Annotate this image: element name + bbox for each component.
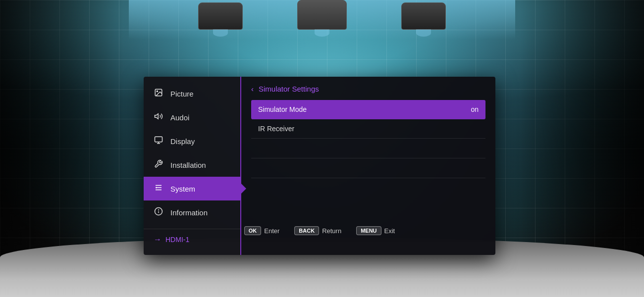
svg-marker-2 [155, 114, 159, 119]
svg-rect-3 [155, 137, 162, 142]
content-header: ‹ Simulator Settings [251, 85, 485, 93]
menu-key: MENU [356, 226, 381, 235]
content-item-simulator-mode[interactable]: Simulator Mode on [251, 100, 485, 119]
simulator-mode-value: on [471, 105, 479, 113]
information-icon [154, 207, 163, 218]
menu-hint: MENU Exit [356, 226, 395, 235]
sidebar-label-information: Information [170, 208, 208, 217]
sidebar-label-audio: Audoi [170, 113, 189, 122]
picture-icon [154, 88, 163, 99]
left-projector [198, 2, 243, 30]
audio-icon [154, 112, 163, 123]
hdmi-arrow-icon: → [154, 235, 161, 244]
back-arrow-icon[interactable]: ‹ [251, 85, 254, 93]
ok-action: Enter [264, 227, 279, 235]
ok-hint: OK Enter [244, 226, 280, 235]
installation-icon [154, 159, 163, 170]
menu-action: Exit [384, 227, 395, 235]
sidebar-label-display: Display [170, 137, 195, 146]
sidebar-label-installation: Installation [170, 161, 206, 169]
sidebar-label-picture: Picture [170, 90, 194, 98]
sidebar-item-system[interactable]: System [144, 177, 240, 200]
sidebar-item-display[interactable]: Display [144, 129, 240, 153]
back-hint: BACK Return [294, 226, 341, 235]
back-action: Return [322, 227, 341, 235]
svg-point-1 [157, 91, 158, 92]
sidebar-item-installation[interactable]: Installation [144, 153, 240, 177]
ok-key: OK [244, 226, 262, 235]
back-key: BACK [294, 226, 319, 235]
projectors-container [198, 0, 446, 40]
content-empty-1 [251, 139, 485, 158]
sidebar-label-system: System [170, 185, 195, 193]
simulator-mode-label: Simulator Mode [258, 105, 307, 113]
content-title: Simulator Settings [259, 85, 319, 93]
sidebar-item-picture[interactable]: Picture [144, 82, 240, 105]
display-icon [154, 136, 163, 147]
hdmi-label: HDMI-1 [165, 236, 189, 244]
content-empty-2 [251, 158, 485, 178]
sidebar-item-information[interactable]: Information [144, 200, 240, 224]
right-projector [401, 2, 446, 30]
content-item-ir-receiver[interactable]: IR Receiver [251, 119, 485, 139]
bottom-bar: OK Enter BACK Return MENU Exit [144, 226, 495, 235]
svg-point-9 [156, 187, 157, 189]
center-projector [297, 0, 347, 30]
sidebar-item-audio[interactable]: Audoi [144, 105, 240, 129]
system-icon [154, 183, 163, 194]
content-empty-3 [251, 178, 485, 198]
ir-receiver-label: IR Receiver [258, 125, 294, 133]
